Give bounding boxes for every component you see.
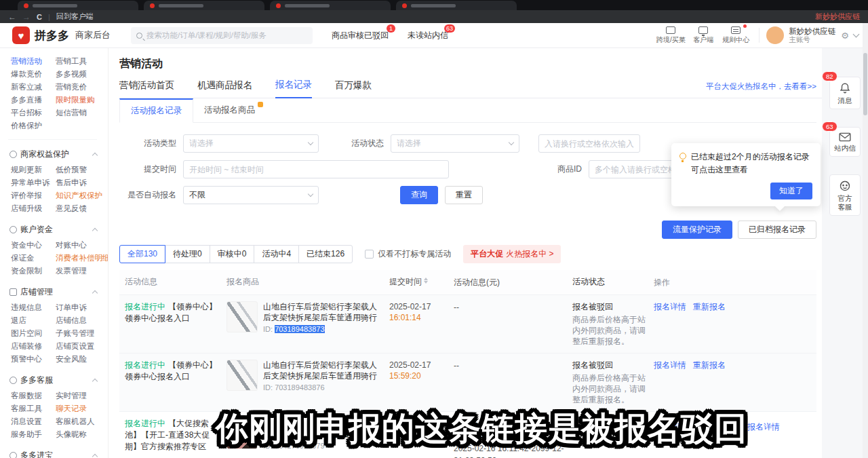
sidebar-item[interactable]: 客服数据 bbox=[11, 389, 56, 402]
sidebar-item[interactable]: 店铺升级 bbox=[11, 202, 56, 215]
sidebar-item[interactable]: 安全风险 bbox=[56, 353, 104, 366]
browser-tab[interactable] bbox=[144, 1, 264, 10]
sidebar-group-shop-management[interactable]: 店铺管理 bbox=[9, 286, 104, 298]
sidebar-item[interactable]: 店铺装修 bbox=[11, 340, 56, 353]
official-service-card[interactable]: 官方客服 bbox=[829, 174, 861, 216]
address-text[interactable]: 回到客户端 bbox=[56, 12, 94, 22]
tab-marketing-home[interactable]: 营销活动首页 bbox=[119, 79, 174, 98]
activity-status-select[interactable]: 请选择 bbox=[391, 134, 519, 153]
tooltip-ok-button[interactable]: 知道了 bbox=[770, 183, 812, 199]
sidebar-item[interactable]: 意见反馈 bbox=[56, 202, 104, 215]
sidebar-item[interactable]: 资金中心 bbox=[11, 239, 56, 252]
subtab-activity-goods[interactable]: 活动报名商品 bbox=[193, 98, 266, 122]
sidebar-item[interactable]: 预警中心 bbox=[11, 353, 56, 366]
sidebar-item[interactable]: 店铺页设置 bbox=[56, 340, 104, 353]
sidebar-item[interactable]: 客服工具 bbox=[11, 402, 56, 415]
sidebar-item[interactable]: 图片空间 bbox=[11, 327, 56, 340]
product-title[interactable]: 山地自行车后货架铝行李架载人后支架快拆尾架后车筐通用骑行装备 bbox=[263, 301, 382, 323]
sidebar-item[interactable]: 订单申诉 bbox=[56, 301, 104, 314]
re-signup-link[interactable]: 重新报名 bbox=[693, 301, 726, 313]
sidebar-group-merchant-rights[interactable]: 商家权益保护 bbox=[9, 149, 104, 160]
sidebar-item[interactable]: 多多视频 bbox=[56, 68, 104, 81]
submit-time-range-input[interactable] bbox=[183, 160, 449, 178]
sidebar-item[interactable]: 异常单申诉 bbox=[11, 176, 56, 189]
tab-signup-records[interactable]: 报名记录 bbox=[275, 79, 312, 98]
page-scrollbar[interactable] bbox=[863, 23, 868, 458]
re-signup-link[interactable]: 重新报名 bbox=[693, 360, 726, 371]
chip-reviewing[interactable]: 审核中0 bbox=[210, 245, 255, 263]
sidebar-item[interactable]: 店铺信息 bbox=[56, 314, 104, 327]
platform-promo-pill[interactable]: 平台大促火热报名中 > bbox=[463, 245, 561, 263]
sidebar-item[interactable]: 低价预警 bbox=[56, 164, 104, 176]
sidebar-group-customer-service[interactable]: 多多客服 bbox=[9, 375, 104, 386]
back-icon[interactable]: ← bbox=[8, 13, 16, 21]
chip-ended[interactable]: 已结束126 bbox=[298, 245, 353, 263]
auto-signup-select[interactable]: 不限 bbox=[183, 186, 319, 204]
rule-center-link[interactable]: 规则中心 bbox=[719, 26, 752, 45]
gear-icon[interactable]: ⚙ bbox=[841, 31, 849, 41]
browser-tab[interactable] bbox=[270, 1, 391, 10]
sidebar-item[interactable]: 聊天记录 bbox=[56, 402, 104, 415]
sidebar-item[interactable]: 发票管理 bbox=[56, 265, 108, 278]
audit-rejected-link[interactable]: 商品审核已驳回1 bbox=[332, 30, 389, 41]
sidebar-item[interactable]: 知识产权保护 bbox=[56, 189, 104, 202]
sidebar-group-duoduo-jinbao[interactable]: 多多进宝 bbox=[9, 450, 104, 458]
search-input[interactable] bbox=[146, 31, 296, 39]
product-title[interactable]: 山地自行车后货架铝行李架载人后支架快拆尾架后车筐通用骑行装备 bbox=[263, 360, 382, 381]
sidebar-item-marketing-activity[interactable]: 营销活动 bbox=[11, 55, 56, 68]
archived-records-button[interactable]: 已归档报名记录 bbox=[738, 221, 816, 239]
chip-active[interactable]: 活动中4 bbox=[254, 245, 299, 263]
sidebar-item[interactable]: 消息设置 bbox=[11, 415, 56, 428]
sidebar-item[interactable]: 价格保护 bbox=[11, 119, 56, 132]
sidebar-item[interactable]: 规则更新 bbox=[11, 164, 56, 176]
sidebar-item[interactable]: 新客立减 bbox=[11, 81, 56, 94]
chip-pending[interactable]: 待处理0 bbox=[165, 245, 210, 263]
traffic-protection-button[interactable]: 流量保护记录 bbox=[662, 221, 732, 239]
browser-tab[interactable] bbox=[18, 1, 138, 10]
product-thumbnail[interactable] bbox=[226, 301, 258, 332]
query-button[interactable]: 查询 bbox=[400, 186, 438, 204]
tab-opportunity-signup[interactable]: 机遇商品报名 bbox=[197, 79, 252, 98]
sort-icon[interactable] bbox=[424, 278, 428, 284]
sidebar-item[interactable]: 爆款竞价 bbox=[11, 68, 56, 81]
sidebar-item[interactable]: 多多直播 bbox=[11, 94, 56, 107]
site-mail-card[interactable]: 63 站内信 bbox=[829, 127, 861, 157]
sidebar-item[interactable]: 营销竞价 bbox=[56, 81, 104, 94]
sidebar-item[interactable]: 子账号管理 bbox=[56, 327, 104, 340]
sidebar-item[interactable]: 消费者补偿明细 bbox=[56, 252, 108, 265]
global-search[interactable] bbox=[131, 27, 313, 44]
sidebar-item[interactable]: 售后申诉 bbox=[56, 176, 104, 189]
client-link[interactable]: 客户端 bbox=[687, 26, 719, 45]
scrollbar-thumb[interactable] bbox=[863, 53, 867, 115]
chevron-down-icon[interactable] bbox=[853, 31, 860, 38]
activity-type-select[interactable]: 请选择 bbox=[183, 134, 319, 153]
sidebar-item[interactable]: 评价举报 bbox=[11, 189, 56, 202]
reset-button[interactable]: 重置 bbox=[445, 186, 483, 204]
sidebar-item[interactable]: 实时管理 bbox=[56, 389, 104, 402]
sidebar-item[interactable]: 短信营销 bbox=[56, 107, 104, 119]
sidebar-item[interactable]: 违规信息 bbox=[11, 301, 56, 314]
subtab-activity-records[interactable]: 活动报名记录 bbox=[119, 98, 193, 123]
unread-mail-link[interactable]: 未读站内信63 bbox=[408, 30, 448, 41]
chip-all[interactable]: 全部130 bbox=[119, 245, 165, 263]
sidebar-item[interactable]: 限时限量购 bbox=[56, 94, 104, 107]
sidebar-item[interactable]: 头像昵称 bbox=[56, 428, 104, 441]
messages-card[interactable]: 82 消息 bbox=[829, 77, 861, 109]
signup-detail-link[interactable]: 报名详情 bbox=[654, 301, 686, 313]
sidebar-item[interactable]: 保证金 bbox=[11, 252, 56, 265]
tab-million-bestseller[interactable]: 百万爆款 bbox=[335, 79, 372, 98]
promo-banner-link[interactable]: 平台大促火热报名中，去看看>> bbox=[706, 81, 816, 98]
sidebar-item[interactable]: 对账中心 bbox=[56, 239, 108, 252]
sidebar-item[interactable]: 平台招标 bbox=[11, 107, 56, 119]
sidebar-item[interactable]: 营销工具 bbox=[56, 55, 104, 68]
sidebar-item[interactable]: 客服机器人 bbox=[56, 415, 104, 428]
signup-detail-link[interactable]: 报名详情 bbox=[747, 421, 780, 433]
exclusive-filter-checkbox[interactable] bbox=[365, 250, 374, 259]
forward-icon[interactable]: → bbox=[22, 13, 31, 21]
sidebar-group-account-funds[interactable]: 账户资金 bbox=[9, 224, 104, 235]
signup-detail-link[interactable]: 报名详情 bbox=[654, 360, 686, 371]
account-avatar[interactable] bbox=[766, 26, 784, 44]
cross-border-link[interactable]: 跨境/买菜 bbox=[654, 26, 687, 45]
col-submit-time[interactable]: 提交时间 bbox=[389, 276, 454, 288]
selected-text[interactable]: 703189483873 bbox=[275, 325, 324, 333]
